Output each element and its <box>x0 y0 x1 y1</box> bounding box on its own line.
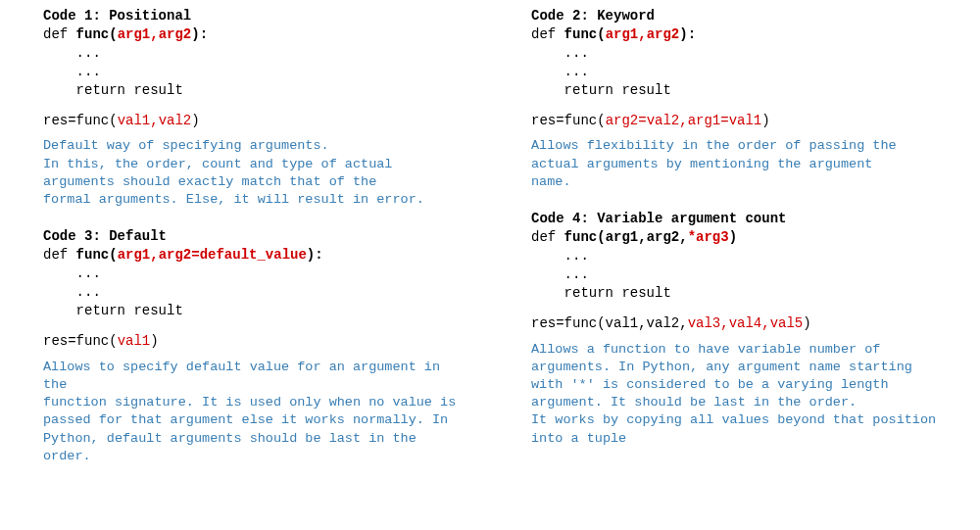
code1-body1: ... <box>43 44 468 63</box>
code1-block: Code 1: Positional def func(arg1,arg2): … <box>16 8 476 209</box>
code3-def-line: def func(arg1,arg2=default_value): <box>43 246 468 265</box>
code4-body1: ... <box>531 247 956 265</box>
code1-open: ( <box>109 26 117 42</box>
code3-body3: return result <box>43 302 468 320</box>
code3-desc: Allows to specify default value for an a… <box>43 359 468 465</box>
code1-desc: Default way of specifying arguments. In … <box>43 137 468 209</box>
code3-body2: ... <box>43 283 468 302</box>
code4-title: Code 4: Variable argument count <box>531 211 956 226</box>
code1-call-suffix: ) <box>191 113 199 128</box>
code4-desc: Allows a function to have variable numbe… <box>531 341 956 448</box>
code4-args-black: arg1,arg2, <box>606 229 688 245</box>
code1-def-line: def func(arg1,arg2): <box>43 25 468 44</box>
code1-args: arg1,arg2 <box>118 26 192 42</box>
code2-call-suffix: ) <box>761 113 769 128</box>
code3-close: ): <box>307 247 323 263</box>
code4-close: ) <box>729 229 737 245</box>
code2-close: ): <box>679 26 696 42</box>
code2-desc: Allows flexibility in the order of passi… <box>531 137 956 191</box>
code4-def-line: def func(arg1,arg2,*arg3) <box>531 228 956 247</box>
code4-call-prefix: res=func(val1,val2, <box>531 315 688 331</box>
code2-call-prefix: res=func( <box>531 113 606 128</box>
code4-def-kw: def <box>531 229 564 245</box>
code4-args-red: *arg3 <box>688 229 729 245</box>
code4-call-args: val3,val4,val5 <box>688 315 804 331</box>
code4-body3: return result <box>531 284 956 303</box>
code3-call-args: val1 <box>118 333 151 349</box>
code2-fn-name: func <box>564 26 598 42</box>
code2-block: Code 2: Keyword def func(arg1,arg2): ...… <box>504 8 964 191</box>
code4-open: ( <box>597 229 605 245</box>
code1-def-kw: def <box>43 26 76 42</box>
code3-open: ( <box>109 247 117 263</box>
code4-block: Code 4: Variable argument count def func… <box>504 211 964 448</box>
code4-fn-name: func <box>564 229 598 245</box>
code2-args: arg1,arg2 <box>606 26 680 42</box>
code4-call-suffix: ) <box>803 315 810 331</box>
code1-body3: return result <box>43 81 468 100</box>
code1-call-prefix: res=func( <box>43 113 118 128</box>
code3-def-kw: def <box>43 247 76 263</box>
code1-close: ): <box>191 26 208 42</box>
code3-body1: ... <box>43 265 468 283</box>
code1-call: res=func(val1,val2) <box>43 112 468 130</box>
code2-call-args: arg2=val2,arg1=val1 <box>606 113 762 128</box>
code2-call: res=func(arg2=val2,arg1=val1) <box>531 112 956 130</box>
code3-title: Code 3: Default <box>43 228 468 244</box>
code3-call-suffix: ) <box>150 333 158 349</box>
left-column: Code 1: Positional def func(arg1,arg2): … <box>16 8 476 485</box>
code3-args: arg1,arg2=default_value <box>118 247 307 263</box>
code3-call: res=func(val1) <box>43 332 468 351</box>
code2-def-line: def func(arg1,arg2): <box>531 25 956 44</box>
code1-body2: ... <box>43 63 468 81</box>
code4-call: res=func(val1,val2,val3,val4,val5) <box>531 314 956 333</box>
right-column: Code 2: Keyword def func(arg1,arg2): ...… <box>504 8 964 485</box>
code4-body2: ... <box>531 265 956 284</box>
code3-fn-name: func <box>76 247 110 263</box>
code2-body2: ... <box>531 63 956 81</box>
code2-body1: ... <box>531 44 956 63</box>
page: Code 1: Positional def func(arg1,arg2): … <box>0 0 980 493</box>
code3-block: Code 3: Default def func(arg1,arg2=defau… <box>16 228 476 465</box>
code1-title: Code 1: Positional <box>43 8 468 24</box>
code3-call-prefix: res=func( <box>43 333 118 349</box>
code2-title: Code 2: Keyword <box>531 8 956 24</box>
code1-call-args: val1,val2 <box>118 113 192 128</box>
code2-open: ( <box>597 26 605 42</box>
code2-body3: return result <box>531 81 956 100</box>
code2-def-kw: def <box>531 26 564 42</box>
code1-fn-name: func <box>76 26 110 42</box>
